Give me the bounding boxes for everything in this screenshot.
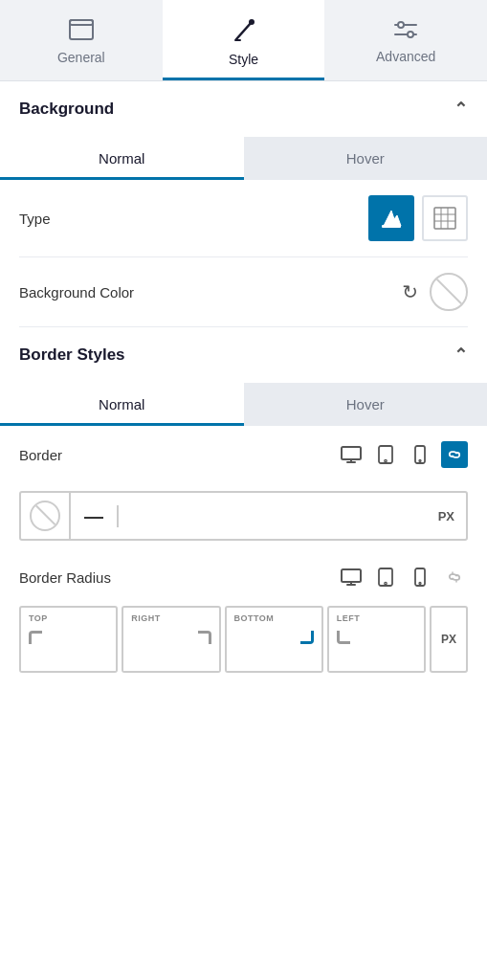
svg-point-19 [385,459,387,461]
svg-rect-1 [70,20,93,25]
border-sub-tabs: Normal Hover [0,383,487,426]
radius-bottom-label: BOTTOM [227,608,321,625]
border-desktop-icon[interactable] [338,441,365,468]
svg-rect-27 [415,568,425,586]
border-input-row: — PX [19,491,468,541]
radius-right-field: RIGHT [122,606,220,673]
svg-rect-9 [382,225,401,228]
svg-rect-18 [379,446,392,463]
radius-left-field: LEFT [327,606,426,673]
svg-point-3 [249,19,255,25]
corner-br-indicator [300,631,314,644]
radius-top-field: TOP [19,606,118,673]
tab-advanced[interactable]: Advanced [324,0,487,80]
radius-top-label: TOP [21,608,116,625]
border-radius-row: Border Radius [0,548,487,598]
svg-rect-22 [342,569,361,582]
tab-advanced-label: Advanced [376,49,435,64]
corner-tl-indicator [29,631,42,644]
background-section-header: Background ⌃ [0,81,487,137]
radius-bottom-input[interactable] [227,646,321,671]
radius-unlink-icon[interactable] [441,564,468,590]
border-no-color-circle [30,501,60,531]
svg-rect-15 [342,447,361,459]
reset-color-button[interactable]: ↺ [398,277,422,307]
radius-left-label: LEFT [329,608,424,625]
bg-color-controls: ↺ [398,273,468,311]
svg-rect-20 [415,446,425,463]
svg-point-21 [419,460,421,462]
background-sub-tabs: Normal Hover [0,137,487,180]
border-styles-label: Border Styles [19,345,125,365]
radius-mobile-icon[interactable] [407,564,433,590]
type-label: Type [19,211,51,227]
tab-general[interactable]: General [0,0,163,80]
corner-bl-indicator [337,631,350,644]
background-section: Background ⌃ Normal Hover Type [0,81,487,327]
border-hover-tab[interactable]: Hover [244,383,488,426]
border-styles-section: Border Styles ⌃ Normal Hover Border [0,327,487,673]
background-normal-tab[interactable]: Normal [0,137,244,180]
svg-point-8 [408,32,413,37]
svg-rect-25 [379,568,392,586]
border-normal-tab[interactable]: Normal [0,383,244,426]
border-unit-label: PX [427,509,466,523]
corner-tr-indicator [198,631,211,644]
background-hover-tab[interactable]: Hover [244,137,488,180]
color-picker-button[interactable] [430,273,468,311]
border-styles-chevron-icon[interactable]: ⌃ [454,345,468,366]
svg-point-28 [419,583,421,585]
type-solid-button[interactable] [368,195,414,241]
border-styles-section-header: Border Styles ⌃ [0,327,487,383]
general-icon [69,19,94,44]
tab-style[interactable]: Style [163,0,325,80]
border-link-icon[interactable] [441,441,468,468]
bg-color-label: Background Color [19,284,134,301]
type-row: Type [0,180,487,256]
svg-point-7 [398,22,404,28]
radius-tablet-icon[interactable] [372,564,399,590]
svg-rect-10 [434,208,455,229]
border-label: Border [19,447,62,463]
background-section-label: Background [19,100,114,119]
radius-right-label: RIGHT [123,608,218,625]
advanced-icon [393,20,418,43]
radius-top-input[interactable] [21,646,116,671]
border-radius-device-controls [338,564,468,590]
style-icon [233,17,255,46]
svg-rect-0 [70,20,93,39]
border-radius-label: Border Radius [19,569,111,586]
background-chevron-icon[interactable]: ⌃ [454,99,468,120]
border-dash-selector[interactable]: — [71,505,119,527]
svg-line-2 [236,22,252,39]
type-gradient-button[interactable] [422,195,468,241]
border-mobile-icon[interactable] [407,441,433,468]
tab-general-label: General [57,50,105,65]
border-radius-inputs: TOP RIGHT BOTTOM LEFT P [19,606,468,673]
border-width-input[interactable] [119,508,427,523]
radius-desktop-icon[interactable] [338,564,365,590]
tab-style-label: Style [229,52,258,67]
border-tablet-icon[interactable] [372,441,399,468]
type-controls [368,195,468,241]
border-device-controls [338,441,468,468]
svg-point-26 [385,582,387,584]
radius-right-input[interactable] [123,646,218,671]
top-tab-bar: General Style Advanced [0,0,487,81]
radius-unit-label: PX [430,606,468,673]
radius-left-input[interactable] [329,646,424,671]
bg-color-row: Background Color ↺ [0,257,487,326]
border-row: Border [0,426,487,483]
border-no-color-button[interactable] [21,493,71,539]
radius-bottom-field: BOTTOM [225,606,323,673]
